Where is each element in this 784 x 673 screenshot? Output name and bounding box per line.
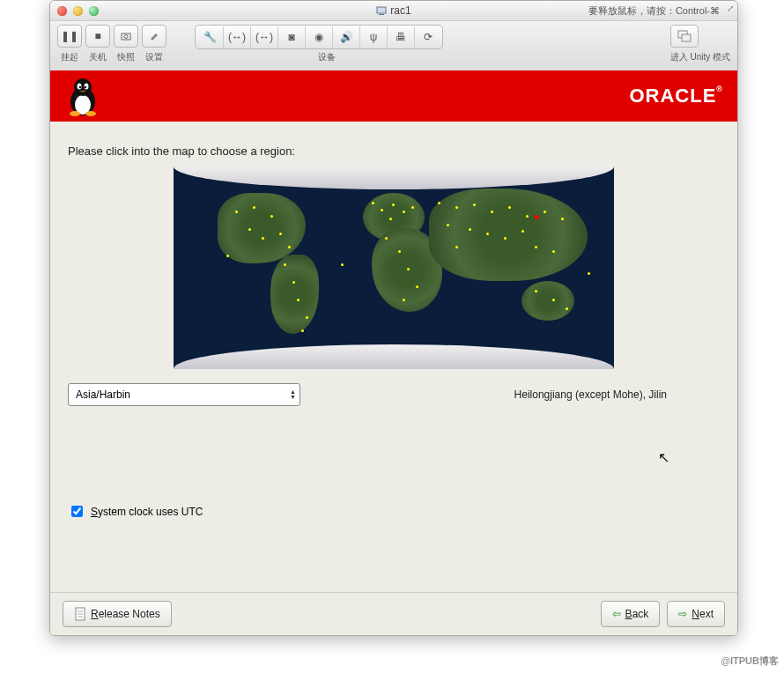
device-wrench-icon[interactable]: 🔧	[196, 26, 224, 48]
svg-rect-1	[379, 14, 384, 15]
device-printer-icon[interactable]: 🖶	[388, 26, 415, 48]
svg-rect-0	[377, 7, 386, 13]
svg-point-9	[78, 84, 82, 90]
svg-point-11	[79, 86, 81, 88]
device-disk-icon[interactable]: ◙	[278, 26, 306, 48]
timezone-value: Asia/Harbin	[76, 388, 130, 401]
document-icon	[74, 607, 86, 621]
devices-label: 设备	[195, 51, 459, 63]
watermark: @ITPUB博客	[721, 655, 779, 668]
tux-icon	[64, 75, 101, 117]
oracle-logo: ORACLE®	[629, 85, 723, 107]
installer-pane: ORACLE® Please click into the map to cho…	[50, 70, 737, 635]
svg-point-3	[124, 35, 128, 39]
svg-point-10	[85, 84, 89, 90]
installer-content: Please click into the map to choose a re…	[50, 122, 737, 529]
arrow-right-icon: ⇨	[678, 608, 687, 620]
vm-icon	[376, 5, 387, 16]
utc-checkbox[interactable]	[71, 506, 83, 517]
timezone-select[interactable]: Asia/Harbin ▲▼	[68, 383, 300, 406]
installer-footer: Release Notes ⇦ Back ⇨ Next	[50, 592, 737, 635]
suspend-button[interactable]: ❚❚	[57, 25, 82, 48]
svg-point-8	[74, 78, 92, 96]
device-toolbar: 🔧 (↔) (↔) ◙ ◉ 🔊 ψ 🖶 ⟳	[195, 25, 443, 49]
snapshot-button[interactable]	[114, 25, 138, 48]
prompt-text: Please click into the map to choose a re…	[68, 144, 720, 158]
back-button[interactable]: ⇦ Back	[601, 601, 661, 627]
device-net1-icon[interactable]: (↔)	[224, 26, 251, 48]
utc-label: SSystem clock uses UTCystem clock uses U…	[91, 506, 203, 518]
titlebar: rac1 要释放鼠标，请按：Control-⌘ ⤢	[50, 1, 737, 21]
installer-header: ORACLE®	[50, 70, 737, 122]
mouse-cursor-icon: ↖	[658, 449, 669, 466]
shutdown-button[interactable]: ■	[85, 25, 110, 48]
region-description: Heilongjiang (except Mohe), Jilin	[514, 388, 720, 401]
svg-point-13	[70, 111, 80, 116]
arrow-left-icon: ⇦	[612, 608, 621, 620]
selected-city-marker	[535, 215, 539, 219]
device-usb-icon[interactable]: ψ	[360, 26, 388, 48]
device-net2-icon[interactable]: (↔)	[251, 26, 278, 48]
next-button[interactable]: ⇨ Next	[667, 601, 725, 627]
dropdown-spinner-icon: ▲▼	[290, 389, 296, 400]
device-sound-icon[interactable]: 🔊	[333, 26, 360, 48]
toolbar: ❚❚ 挂起 ■ 关机 快照 设置	[50, 21, 737, 73]
device-refresh-icon[interactable]: ⟳	[415, 26, 441, 48]
expand-icon[interactable]: ⤢	[727, 4, 734, 13]
settings-button[interactable]	[142, 25, 166, 48]
svg-point-14	[85, 111, 96, 116]
unity-button[interactable]	[670, 25, 699, 48]
release-notes-button[interactable]: Release Notes	[63, 601, 172, 627]
vm-window: rac1 要释放鼠标，请按：Control-⌘ ⤢ ❚❚ 挂起 ■ 关机 快照	[49, 0, 738, 636]
svg-rect-5	[682, 34, 691, 41]
world-map[interactable]	[174, 166, 614, 369]
svg-point-12	[85, 86, 86, 88]
window-title: rac1	[50, 4, 737, 17]
device-cd-icon[interactable]: ◉	[306, 26, 333, 48]
